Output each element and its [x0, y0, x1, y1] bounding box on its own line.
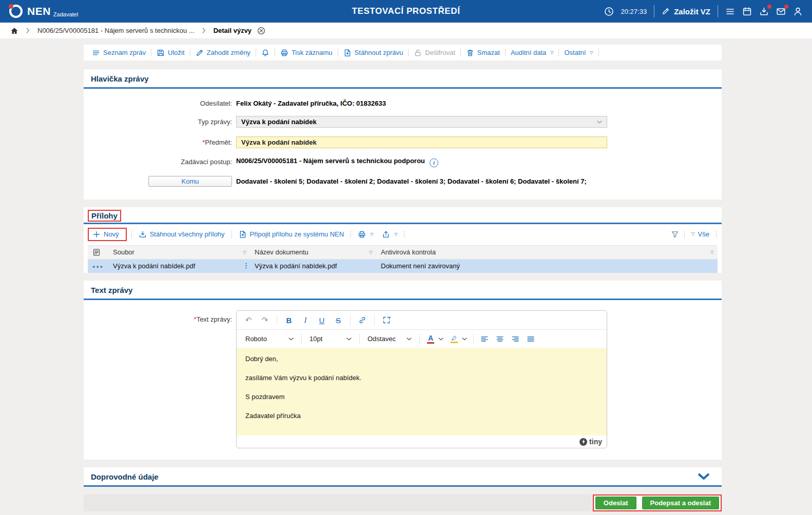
other-actions-button[interactable]: Ostatní ▽: [559, 49, 598, 56]
new-attachment-button[interactable]: Nový: [88, 228, 127, 241]
delete-button[interactable]: Smazat: [461, 49, 505, 57]
form-row-sender: Odesílatel: Felix Okátý - Zadavatel přír…: [84, 100, 722, 107]
calendar-button[interactable]: [742, 7, 752, 16]
align-justify-button[interactable]: [523, 332, 538, 346]
align-center-button[interactable]: [492, 332, 508, 346]
chevron-down-icon: [346, 338, 352, 341]
create-vz-button[interactable]: Založit VZ: [662, 7, 710, 16]
document-download-icon: [343, 49, 352, 57]
font-size-value: 10pt: [310, 335, 322, 343]
document-plus-icon: [239, 230, 247, 239]
audit-data-button[interactable]: Auditní data ▽: [506, 49, 559, 56]
messages-button[interactable]: [776, 7, 786, 16]
message-type-select[interactable]: Výzva k podání nabídek: [236, 116, 607, 128]
breadcrumb: N006/25/V00005181 - Nájem serverů s tech…: [0, 23, 812, 39]
nen-brand[interactable]: NEN Zadavatel: [9, 5, 78, 18]
underline-button[interactable]: U: [314, 313, 330, 327]
align-justify-icon: [527, 335, 535, 343]
attachments-title: Přílohy: [88, 210, 121, 222]
redo-button[interactable]: ↷: [257, 313, 273, 327]
download-message-button[interactable]: Stáhnout zprávu: [338, 49, 409, 57]
additional-data-header[interactable]: Doprovodné údaje: [84, 467, 722, 485]
attachment-file-cell[interactable]: Výzva k podání nabídek.pdf ⋮: [108, 259, 250, 273]
dropdown-triangle-icon: ▽: [590, 51, 593, 55]
save-button[interactable]: Uložit: [151, 49, 190, 57]
chevron-down-icon: [288, 338, 294, 341]
filter-triangle-icon[interactable]: ▽: [710, 250, 714, 255]
align-center-icon: [496, 335, 504, 343]
calendar-icon: [742, 7, 752, 16]
print-record-button[interactable]: Tisk záznamu: [275, 49, 338, 57]
print-attachments-button[interactable]: ▽: [356, 230, 375, 239]
download-all-label: Stáhnout všechny přílohy: [150, 230, 225, 238]
attachment-row[interactable]: ●●● Výzva k podání nabídek.pdf ⋮ Výzva k…: [88, 259, 718, 273]
attach-from-nen-button[interactable]: Připojit přílohu ze systému NEN: [237, 230, 346, 239]
unlock-icon: [414, 49, 422, 57]
save-icon: [157, 49, 165, 57]
header-actions: 20:27:33 Založit VZ: [604, 5, 803, 17]
dropdown-triangle-icon: ▽: [394, 232, 397, 236]
bold-button[interactable]: B: [281, 313, 297, 327]
divider: [716, 230, 717, 238]
link-button[interactable]: [355, 313, 370, 327]
send-button[interactable]: Odeslat: [595, 497, 636, 509]
close-tab-button[interactable]: [257, 27, 265, 35]
italic-button[interactable]: I: [298, 313, 313, 327]
body-line: S pozdravem: [245, 393, 598, 401]
attachment-doc-name-cell[interactable]: Výzva k podání nabídek.pdf: [250, 259, 376, 273]
section-rule: [84, 485, 722, 487]
filter-triangle-icon[interactable]: ▽: [243, 250, 246, 255]
highlight-color-button[interactable]: [447, 332, 462, 346]
filter-button[interactable]: [671, 230, 679, 239]
block-format-select[interactable]: Odstavec: [363, 332, 416, 346]
fullscreen-button[interactable]: [379, 313, 394, 327]
form-icon: [92, 248, 104, 256]
highlight-color-dropdown[interactable]: [462, 338, 470, 341]
download-message-label: Stáhnout zprávu: [355, 49, 403, 56]
drag-handle-icon[interactable]: ⋮: [243, 262, 249, 269]
chevron-down-icon: [597, 121, 602, 124]
discard-changes-button[interactable]: Zahodit změny: [190, 49, 256, 57]
row-icon-column-header: [88, 245, 108, 259]
align-left-button[interactable]: [477, 332, 492, 346]
font-size-select[interactable]: 10pt: [305, 332, 356, 346]
undo-button[interactable]: ↶: [241, 313, 256, 327]
text-color-dropdown[interactable]: [438, 338, 447, 341]
more-dots-icon[interactable]: ●●●: [92, 264, 104, 269]
column-header-antivirus[interactable]: Antivirová kontrola▽: [376, 245, 718, 259]
strikethrough-button[interactable]: S: [331, 313, 346, 327]
info-icon[interactable]: i: [430, 159, 438, 167]
filter-triangle-icon[interactable]: ▽: [369, 250, 373, 255]
notifications-button[interactable]: [256, 49, 275, 57]
row-menu-cell[interactable]: ●●●: [88, 259, 108, 273]
align-right-button[interactable]: [508, 332, 523, 346]
font-family-select[interactable]: Roboto: [241, 332, 298, 346]
footer-highlight-box: Odeslat Podepsat a odeslat: [593, 494, 722, 511]
downloads-button[interactable]: [759, 7, 769, 16]
form-row-subject: *Předmět: Výzva k podání nabídek: [84, 136, 722, 148]
body-line: zasíláme Vám výzvu k podání nabídek.: [245, 374, 598, 382]
attachment-antivirus-cell: Dokument není zavirovaný: [376, 259, 718, 273]
chevron-down-icon[interactable]: [698, 473, 709, 480]
message-list-button[interactable]: Seznam zpráv: [87, 49, 151, 57]
column-header-doc-name[interactable]: Název dokumentu▽: [250, 245, 376, 259]
menu-button[interactable]: [725, 7, 735, 16]
tiny-brand-label: tiny: [589, 438, 602, 446]
message-type-value: Výzva k podání nabídek: [241, 118, 317, 126]
divider: [654, 5, 654, 17]
chevron-down-icon: [462, 338, 467, 341]
recipients-button[interactable]: Komu: [148, 176, 232, 187]
text-color-button[interactable]: A: [423, 332, 438, 346]
sign-and-send-button[interactable]: Podepsat a odeslat: [642, 497, 719, 509]
export-attachments-button[interactable]: ▽: [380, 230, 399, 239]
breadcrumb-contract[interactable]: N006/25/V00005181 - Nájem serverů s tech…: [37, 27, 195, 34]
user-button[interactable]: [793, 7, 803, 16]
main-content: Seznam zpráv Uložit Zahodit změny Tisk z…: [84, 45, 722, 511]
subject-input[interactable]: Výzva k podání nabídek: [236, 136, 607, 148]
download-all-attachments-button[interactable]: Stáhnout všechny přílohy: [137, 230, 227, 239]
divider: [419, 333, 420, 344]
column-header-file[interactable]: Soubor▽: [108, 245, 250, 259]
home-button[interactable]: [10, 27, 18, 35]
view-all-button[interactable]: ▽ Vše: [690, 230, 711, 238]
editor-content[interactable]: Dobrý den, zasíláme Vám výzvu k podání n…: [237, 348, 607, 435]
